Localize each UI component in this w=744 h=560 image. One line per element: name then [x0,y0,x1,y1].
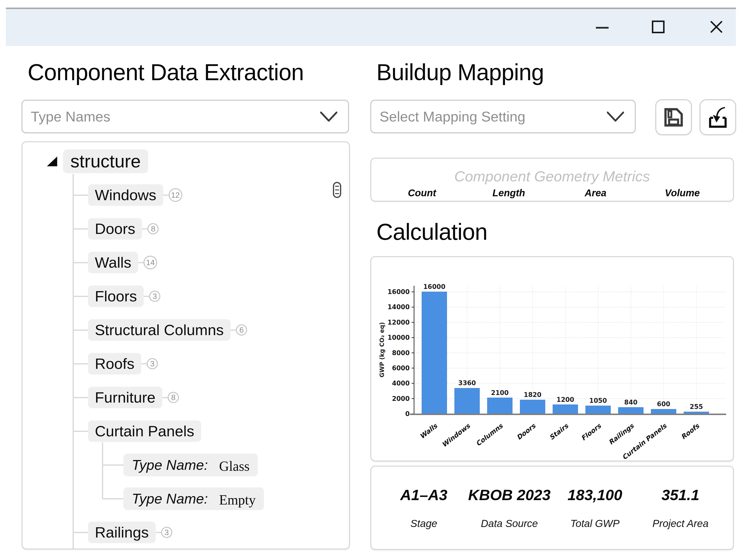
count-badge: 8 [147,223,159,234]
tree-connector [73,397,88,398]
tree-item[interactable]: Curtain Panels [88,420,201,442]
tree-connector [73,363,88,365]
tree-item-label[interactable]: Railings [88,522,156,543]
svg-text:4000: 4000 [392,380,410,387]
geometry-metrics-title: Component Geometry Metrics [371,168,733,185]
count-connector [144,296,149,297]
tree-expand-triangle-icon[interactable] [47,156,58,167]
tree-connector [102,498,123,499]
count-connector [162,397,168,398]
mapping-setting-dropdown[interactable]: Select Mapping Setting [370,100,636,133]
svg-text:1820: 1820 [524,391,542,399]
count-badge: 14 [144,256,157,269]
import-mapping-button[interactable] [700,99,736,135]
metric-count-label: Count [379,187,466,198]
close-button[interactable] [710,21,723,34]
svg-text:Floors: Floors [580,422,603,442]
tree-item-label[interactable]: Furniture [88,387,162,408]
tree-item[interactable]: Doors8 [88,218,159,239]
count-connector [138,262,144,263]
type-name-label: Type Name: [132,491,208,507]
metric-area-label: Area [552,187,639,198]
tree-item-label[interactable]: Windows [88,184,163,206]
tree-item-label[interactable]: Structural Columns [88,319,230,341]
svg-text:Stairs: Stairs [548,422,570,442]
type-names-dropdown[interactable]: Type Names [22,100,349,133]
stat-stage: A1–A3 Stage [381,486,467,529]
svg-text:Roofs: Roofs [679,422,701,441]
maximize-icon [652,21,665,33]
tree-connector [73,431,88,432]
tree-item-label[interactable]: Roofs [88,353,141,374]
tree-connector [102,442,103,499]
svg-text:Doors: Doors [515,422,537,441]
tree-connector [73,262,88,263]
page-title-right: Buildup Mapping [376,59,544,85]
type-name-value: Glass [219,458,250,474]
svg-text:255: 255 [690,403,703,410]
tree-item[interactable]: Structural Columns6 [88,319,247,341]
tree-type-name-item[interactable]: Type Name:Glass [123,454,258,476]
svg-text:0: 0 [405,410,410,417]
tree-item-label[interactable]: Curtain Panels [88,420,201,442]
tree-item[interactable]: Railings3 [88,522,172,543]
svg-text:2100: 2100 [491,389,509,397]
save-mapping-button[interactable] [655,99,692,135]
tree-type-name-item[interactable]: Type Name:Empty [123,487,264,510]
svg-text:1050: 1050 [589,397,607,404]
tree-item[interactable]: Windows12 [88,184,182,206]
svg-text:2000: 2000 [392,395,410,402]
metric-volume-label: Volume [639,187,726,198]
geometry-metrics-columns: Count Length Area Volume [379,187,726,198]
count-connector [230,330,236,331]
svg-text:16000: 16000 [423,283,445,290]
geometry-metrics-panel: Component Geometry Metrics Count Length … [370,158,734,202]
tree-item[interactable]: Walls14 [88,252,157,273]
tree-item[interactable]: Furniture8 [88,387,179,408]
svg-text:6000: 6000 [392,365,410,372]
close-icon [710,21,723,33]
stat-stage-value: A1–A3 [400,486,448,503]
mapping-setting-placeholder: Select Mapping Setting [380,108,525,125]
svg-text:8000: 8000 [392,349,410,357]
calculation-title: Calculation [376,219,487,245]
svg-text:3360: 3360 [458,379,476,387]
svg-text:Columns: Columns [474,422,505,448]
svg-text:14000: 14000 [388,303,410,311]
stat-data-source: KBOB 2023 Data Source [467,486,552,529]
type-name-value: Empty [219,492,256,508]
titlebar [6,9,736,46]
tree-type-name-box[interactable]: Type Name:Glass [123,454,258,476]
tree-connector [73,532,88,533]
metric-length-label: Length [466,187,552,198]
count-connector [141,363,147,365]
tree-item-label[interactable]: Walls [88,252,138,273]
tree-type-name-box[interactable]: Type Name:Empty [123,487,264,510]
chevron-down-icon [320,111,337,122]
maximize-button[interactable] [652,21,665,33]
stat-total-gwp-value: 183,100 [567,486,622,503]
floppy-disk-icon [662,106,685,128]
tree-connector [102,464,123,465]
scrollbar-grip[interactable] [333,182,341,198]
svg-text:600: 600 [657,400,670,408]
svg-text:Railings: Railings [607,422,635,446]
stat-project-area-value: 351.1 [661,486,699,503]
tree-item-label[interactable]: Doors [88,218,142,239]
tree-item[interactable]: Roofs3 [88,353,158,374]
svg-text:GWP (kg CO₂ eq): GWP (kg CO₂ eq) [379,322,385,377]
svg-text:16000: 16000 [388,288,410,296]
tree-item-label[interactable]: Floors [88,286,144,307]
count-badge: 8 [168,392,179,403]
tree-root-item[interactable]: structure [47,149,148,173]
tree-item[interactable]: Floors3 [88,286,160,307]
svg-text:12000: 12000 [388,319,410,326]
gwp-chart-panel: 0200040006000800010000120001400016000160… [370,256,734,461]
page-title-left: Component Data Extraction [28,59,304,85]
tree-root-label[interactable]: structure [63,149,148,173]
minimize-button[interactable] [596,27,608,29]
svg-text:Walls: Walls [418,422,439,440]
type-names-placeholder: Type Names [31,108,110,125]
stat-data-source-value: KBOB 2023 [468,486,551,503]
tree-connector [73,174,74,549]
